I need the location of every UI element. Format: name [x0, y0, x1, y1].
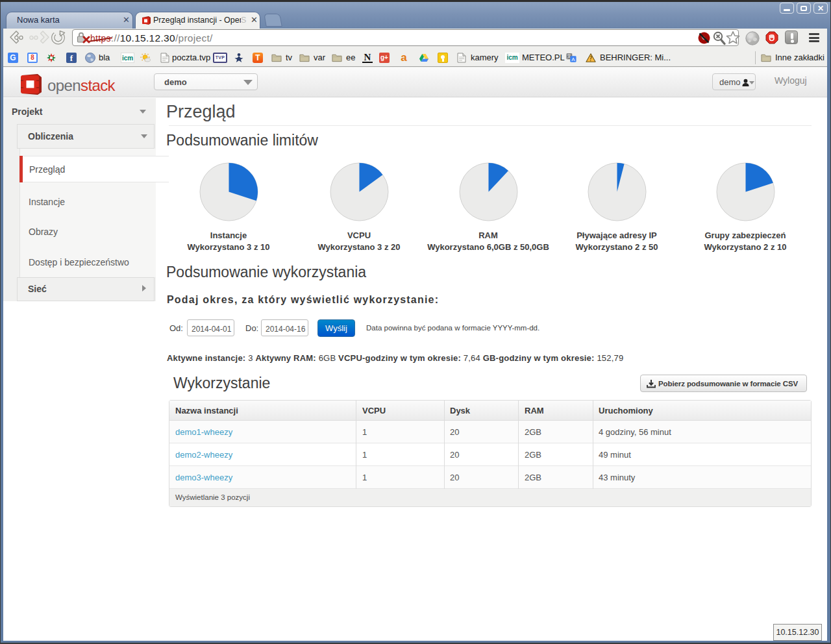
svg-text:A: A — [571, 56, 575, 62]
